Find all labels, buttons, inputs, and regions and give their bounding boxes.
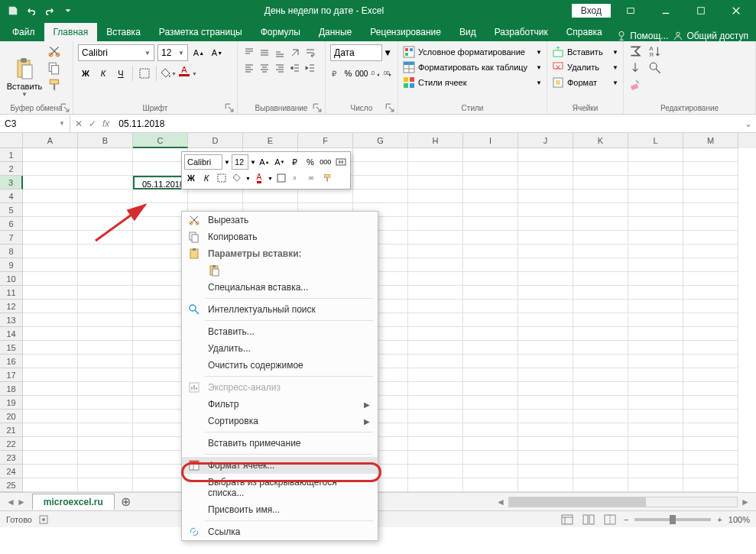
zoom-out-icon[interactable]: − — [624, 515, 628, 524]
cell[interactable] — [23, 465, 78, 478]
cell[interactable] — [188, 190, 243, 203]
fill-icon[interactable] — [628, 61, 642, 75]
cell[interactable] — [463, 451, 518, 465]
cell[interactable] — [518, 176, 573, 190]
mini-font-color-icon[interactable]: A — [252, 171, 266, 185]
row-header[interactable]: 13 — [0, 313, 23, 327]
cell[interactable] — [463, 272, 518, 286]
cell[interactable] — [463, 410, 518, 423]
cell[interactable] — [683, 162, 738, 176]
cell[interactable] — [573, 410, 628, 423]
ctx-item[interactable]: Формат ячеек... — [182, 457, 378, 474]
cell[interactable] — [628, 231, 683, 245]
align-center-icon[interactable] — [258, 61, 271, 75]
cell[interactable] — [133, 231, 188, 245]
cell[interactable] — [463, 355, 518, 368]
mini-font-size[interactable] — [232, 154, 248, 170]
cell[interactable] — [353, 162, 408, 176]
cell[interactable] — [683, 382, 738, 396]
borders-icon[interactable] — [137, 66, 152, 81]
cell[interactable] — [133, 423, 188, 437]
cell[interactable] — [628, 313, 683, 327]
hscroll-right-icon[interactable]: ► — [741, 497, 750, 507]
mini-comma-icon[interactable]: 000 — [319, 155, 333, 169]
cell[interactable] — [23, 217, 78, 231]
tell-me-button[interactable]: Помощ... — [616, 31, 668, 41]
cell[interactable] — [463, 327, 518, 341]
font-size-selector[interactable]: 12▼ — [157, 44, 188, 61]
tab-insert[interactable]: Вставка — [97, 23, 150, 41]
share-button[interactable]: Общий доступ — [673, 31, 748, 41]
font-color-icon[interactable]: A — [179, 66, 190, 81]
cell[interactable] — [78, 313, 133, 327]
cell[interactable] — [23, 478, 78, 492]
cell[interactable] — [408, 162, 463, 176]
cell[interactable] — [78, 465, 133, 478]
row-header[interactable]: 19 — [0, 396, 23, 410]
row-header[interactable]: 20 — [0, 410, 23, 423]
cell[interactable] — [133, 478, 188, 492]
cell[interactable] — [133, 245, 188, 258]
cell[interactable] — [683, 437, 738, 451]
cell[interactable] — [518, 410, 573, 423]
cell[interactable] — [133, 286, 188, 300]
cell[interactable] — [683, 148, 738, 162]
cell[interactable] — [683, 203, 738, 217]
ctx-item[interactable]: Фильтр▶ — [182, 396, 378, 413]
redo-icon[interactable] — [41, 2, 58, 19]
number-launcher-icon[interactable] — [385, 103, 394, 112]
column-header[interactable]: A — [23, 133, 78, 148]
cell[interactable] — [23, 231, 78, 245]
cell[interactable] — [518, 258, 573, 272]
cell[interactable] — [518, 313, 573, 327]
cell[interactable] — [518, 341, 573, 355]
underline-button[interactable]: Ч — [113, 66, 128, 81]
cell[interactable] — [78, 162, 133, 176]
cell[interactable] — [133, 148, 188, 162]
find-select-icon[interactable] — [648, 61, 662, 75]
cell[interactable] — [23, 190, 78, 203]
italic-button[interactable]: К — [96, 66, 111, 81]
ctx-item[interactable]: Вставить примечание — [182, 435, 378, 452]
copy-icon[interactable] — [47, 61, 61, 75]
cell[interactable] — [573, 231, 628, 245]
cell[interactable] — [573, 300, 628, 313]
cell[interactable] — [518, 231, 573, 245]
mini-format-painter-icon[interactable] — [320, 171, 334, 185]
cell[interactable] — [573, 203, 628, 217]
column-header[interactable]: C — [133, 133, 188, 148]
cell[interactable] — [23, 368, 78, 382]
cell[interactable] — [133, 410, 188, 423]
cell[interactable] — [353, 190, 408, 203]
ctx-item[interactable]: Выбрать из раскрывающегося списка... — [182, 474, 378, 501]
insert-cells-button[interactable]: Вставить▼ — [552, 44, 618, 60]
cell[interactable] — [573, 217, 628, 231]
cell[interactable] — [463, 382, 518, 396]
close-icon[interactable] — [721, 0, 751, 21]
cell[interactable] — [133, 258, 188, 272]
row-header[interactable]: 24 — [0, 465, 23, 478]
cell[interactable] — [683, 258, 738, 272]
ctx-item[interactable]: Сортировка▶ — [182, 413, 378, 429]
fx-icon[interactable]: fx — [102, 118, 109, 129]
cell[interactable] — [628, 258, 683, 272]
cell[interactable] — [78, 148, 133, 162]
cell[interactable] — [78, 258, 133, 272]
mini-percent-icon[interactable]: % — [303, 155, 317, 169]
cell[interactable] — [573, 423, 628, 437]
cell[interactable] — [518, 217, 573, 231]
enter-formula-icon[interactable]: ✓ — [89, 118, 96, 129]
cell[interactable] — [408, 341, 463, 355]
row-header[interactable]: 23 — [0, 451, 23, 465]
undo-icon[interactable] — [23, 2, 40, 19]
cell[interactable] — [133, 382, 188, 396]
row-header[interactable]: 15 — [0, 341, 23, 355]
font-launcher-icon[interactable] — [225, 103, 234, 112]
cell[interactable] — [573, 258, 628, 272]
cell[interactable] — [463, 423, 518, 437]
minimize-icon[interactable] — [651, 0, 681, 21]
cell[interactable] — [23, 286, 78, 300]
cell[interactable] — [78, 451, 133, 465]
cell[interactable] — [573, 162, 628, 176]
mini-font-name[interactable] — [184, 154, 222, 170]
